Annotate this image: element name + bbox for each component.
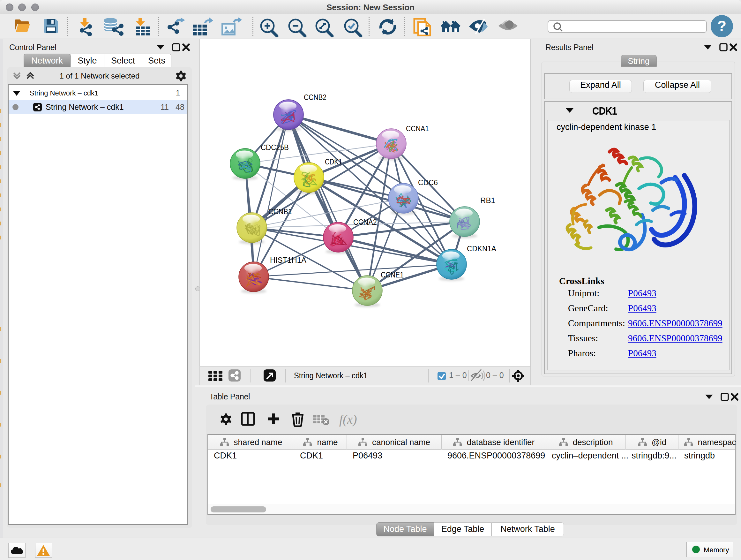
svg-text:0 – 0: 0 – 0: [486, 371, 504, 380]
svg-text:CCNE1: CCNE1: [381, 270, 404, 279]
svg-text:CCNB1: CCNB1: [268, 207, 292, 216]
svg-text:CDC6: CDC6: [418, 178, 438, 187]
svg-text:CCNB2: CCNB2: [304, 93, 327, 102]
svg-text:CCNA1: CCNA1: [406, 124, 429, 133]
svg-text:CDK1: CDK1: [325, 158, 342, 166]
svg-text:HIST1H1A: HIST1H1A: [270, 256, 307, 264]
svg-text:CDC25B: CDC25B: [261, 143, 289, 152]
svg-text:1 – 0: 1 – 0: [449, 371, 467, 380]
svg-text:RB1: RB1: [480, 196, 495, 205]
svg-text:CCNA2: CCNA2: [353, 218, 377, 226]
svg-text:CDKN1A: CDKN1A: [467, 244, 496, 253]
svg-text:?: ?: [718, 17, 726, 34]
svg-text:f(x): f(x): [339, 412, 357, 427]
svg-text:String Network – cdk1: String Network – cdk1: [294, 371, 367, 380]
